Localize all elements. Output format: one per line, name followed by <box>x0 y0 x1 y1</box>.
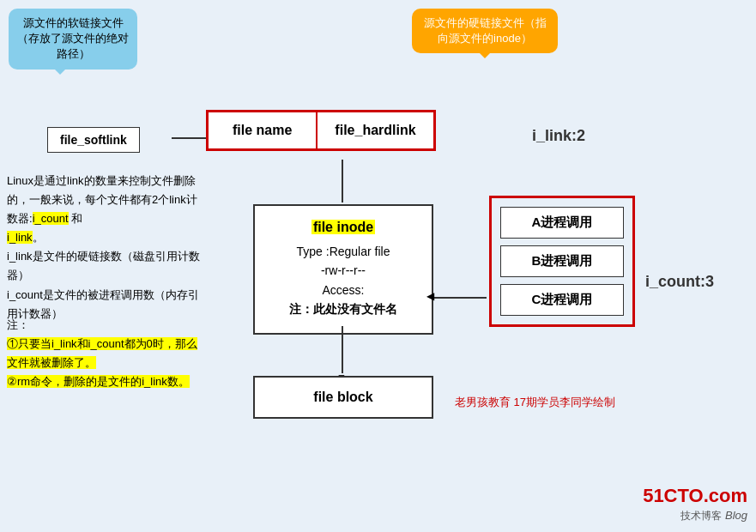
icount-highlight: i_count <box>33 212 69 225</box>
arrow-to-fileblock <box>342 326 343 373</box>
inode-note: 注：此处没有文件名 <box>281 299 406 318</box>
inode-title: file inode <box>281 220 406 235</box>
filename-cell: file name <box>209 112 318 148</box>
processes-box: A进程调用 B进程调用 C进程调用 <box>489 196 635 327</box>
note1: ①只要当i_link和i_count都为0时，那么文件就被删除了。 <box>7 335 204 372</box>
note1-highlight: ①只要当i_link和i_count都为0时，那么文件就被删除了。 <box>7 337 197 369</box>
credit-text: 老男孩教育 17期学员李同学绘制 <box>455 395 615 410</box>
inode-type: Type :Regular file <box>281 242 406 261</box>
note-section: 注： ①只要当i_link和i_count都为0时，那么文件就被删除了。 ②rm… <box>7 316 204 391</box>
icount-label: i_count:3 <box>645 273 714 291</box>
hardlink-label: file_hardlink <box>335 123 415 137</box>
watermark-blog: Blog <box>725 509 747 522</box>
left-desc1: i_link是文件的硬链接数（磁盘引用计数器） <box>7 250 200 281</box>
note2-highlight: ②rm命令，删除的是文件的i_link数。 <box>7 375 190 388</box>
ilink-highlight: i_link <box>7 231 33 244</box>
bubble-left: 源文件的软链接文件（存放了源文件的绝对路径） <box>9 9 137 70</box>
fileblock-title: file block <box>289 390 397 405</box>
process-b: B进程调用 <box>500 245 624 277</box>
watermark-sub-row: 技术博客 Blog <box>643 507 747 523</box>
watermark-top: 51CTO.com <box>643 485 747 507</box>
bubble-right-text: 源文件的硬链接文件（指向源文件的inode） <box>424 16 547 45</box>
arrow-processes-to-inode <box>433 297 487 299</box>
softlink-label: file_softlink <box>60 133 127 147</box>
bubble-right: 源文件的硬链接文件（指向源文件的inode） <box>412 9 558 53</box>
inode-box: file inode Type :Regular file -rw-r--r--… <box>253 204 433 335</box>
left-text-line1: Linux是通过link的数量来控制文件删除的，一般来说，每个文件都有2个lin… <box>7 174 197 244</box>
arrow-to-inode <box>342 160 343 203</box>
inode-perm: -rw-r--r-- <box>281 261 406 280</box>
left-description: Linux是通过link的数量来控制文件删除的，一般来说，每个文件都有2个lin… <box>7 172 204 323</box>
note2: ②rm命令，删除的是文件的i_link数。 <box>7 372 204 391</box>
note-title: 注： <box>7 316 204 335</box>
process-c: C进程调用 <box>500 284 624 316</box>
hardlink-cell: file_hardlink <box>318 112 432 148</box>
filename-label: file name <box>233 123 292 137</box>
inode-body: Type :Regular file -rw-r--r-- Access: 注：… <box>281 242 406 319</box>
inode-access: Access: <box>281 281 406 299</box>
inode-title-text: file inode <box>311 220 375 234</box>
softlink-box: file_softlink <box>47 127 140 153</box>
ilink-label: i_link:2 <box>532 127 585 145</box>
watermark-sub: 技术博客 <box>680 510 722 522</box>
name-hardlink-box: file name file_hardlink <box>206 110 436 151</box>
fileblock-box: file block <box>253 376 433 419</box>
bubble-left-text: 源文件的软链接文件（存放了源文件的绝对路径） <box>17 16 129 60</box>
diagram-container: 源文件的软链接文件（存放了源文件的绝对路径） 源文件的硬链接文件（指向源文件的i… <box>0 0 756 532</box>
watermark: 51CTO.com 技术博客 Blog <box>643 485 747 523</box>
process-a: A进程调用 <box>500 207 624 239</box>
